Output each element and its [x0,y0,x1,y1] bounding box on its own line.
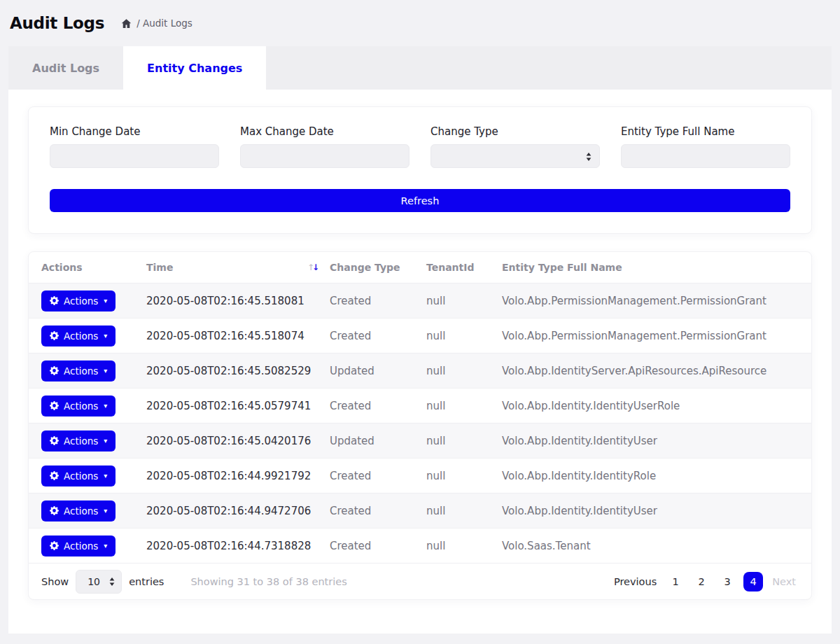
pagination: Previous 1234 Next [611,572,799,592]
row-change-type: Created [330,470,426,482]
row-actions-button[interactable]: Actions ▾ [41,360,115,382]
filter-field-entity-type: Entity Type Full Name [621,125,790,168]
tab-audit-logs[interactable]: Audit Logs [8,46,123,90]
entity-type-input[interactable] [621,144,790,168]
row-tenant-id: null [426,505,502,517]
refresh-button[interactable]: Refresh [50,189,790,212]
row-actions-label: Actions [64,505,98,517]
row-actions-label: Actions [64,295,98,307]
row-time: 2020-05-08T02:16:45.0579741 [146,400,330,412]
table-footer: Show 10 entries Showing 31 to 38 of 38 e… [29,563,811,599]
row-change-type: Created [330,295,426,307]
row-tenant-id: null [426,365,502,377]
column-header-time[interactable]: Time ↑↓ [146,262,330,273]
row-time: 2020-05-08T02:16:45.518081 [146,295,330,307]
entity-type-label: Entity Type Full Name [621,125,790,138]
table-header-row: Actions Time ↑↓ Change Type TenantId Ent… [29,252,811,283]
row-change-type: Created [330,540,426,552]
caret-down-icon: ▾ [104,332,107,340]
pagination-next[interactable]: Next [769,576,799,587]
gear-icon [50,331,59,340]
gear-icon [50,366,59,375]
row-time: 2020-05-08T02:16:45.0420176 [146,435,330,447]
row-entity-type: Volo.Abp.IdentityServer.ApiResources.Api… [502,365,799,377]
column-header-change-type: Change Type [330,262,426,273]
row-entity-type: Volo.Abp.Identity.IdentityUser [502,505,799,517]
table-body: Actions ▾ 2020-05-08T02:16:45.518081 Cre… [29,283,811,563]
row-time: 2020-05-08T02:16:45.518074 [146,330,330,342]
row-actions-button[interactable]: Actions ▾ [41,396,115,416]
sort-icon[interactable]: ↑↓ [307,262,317,272]
breadcrumb-current: / Audit Logs [136,18,192,29]
row-actions-button[interactable]: Actions ▾ [41,465,115,486]
pagination-page-1[interactable]: 1 [666,572,685,592]
pagination-page-2[interactable]: 2 [692,572,711,592]
row-change-type: Updated [330,365,426,377]
row-entity-type: Volo.Abp.PermissionManagement.Permission… [502,330,799,342]
row-time: 2020-05-08T02:16:44.7318828 [146,540,330,552]
row-entity-type: Volo.Abp.Identity.IdentityUser [502,435,799,447]
filter-field-max-change-date: Max Change Date [240,125,410,168]
max-change-date-input[interactable] [240,144,410,168]
row-tenant-id: null [426,400,502,412]
row-change-type: Updated [330,435,426,447]
showing-entries-status: Showing 31 to 38 of 38 entries [190,576,346,587]
change-type-select[interactable] [430,144,600,168]
row-change-type: Created [330,505,426,517]
gear-icon [50,296,59,305]
column-header-actions: Actions [41,262,146,273]
column-header-entity-type: Entity Type Full Name [502,262,799,273]
row-actions-label: Actions [64,435,98,447]
main-panel: Min Change Date Max Change Date Change T… [8,90,832,634]
caret-down-icon: ▾ [104,402,107,410]
column-header-tenant-id: TenantId [426,262,502,273]
row-actions-label: Actions [64,330,98,342]
pagination-page-3[interactable]: 3 [718,572,737,592]
table-row: Actions ▾ 2020-05-08T02:16:44.7318828 Cr… [29,528,811,563]
pagination-page-4[interactable]: 4 [743,572,763,592]
entity-changes-table: Actions Time ↑↓ Change Type TenantId Ent… [28,251,812,600]
table-row: Actions ▾ 2020-05-08T02:16:45.0420176 Up… [29,423,811,458]
row-tenant-id: null [426,470,502,482]
show-label: Show [41,576,69,587]
filter-field-change-type: Change Type [430,125,600,168]
breadcrumb: / Audit Logs [121,18,192,29]
tab-entity-changes[interactable]: Entity Changes [123,46,266,90]
table-row: Actions ▾ 2020-05-08T02:16:45.0579741 Cr… [29,388,811,423]
min-change-date-input[interactable] [50,144,219,168]
home-icon[interactable] [121,18,132,29]
row-actions-button[interactable]: Actions ▾ [41,326,115,346]
page-size-select[interactable]: 10 [76,570,122,594]
row-entity-type: Volo.Abp.Identity.IdentityUserRole [502,400,799,412]
row-tenant-id: null [426,435,502,447]
row-actions-label: Actions [64,365,98,377]
change-type-label: Change Type [430,125,600,138]
entries-label: entries [129,576,164,587]
caret-down-icon: ▾ [104,542,107,550]
row-tenant-id: null [426,330,502,342]
row-tenant-id: null [426,295,502,307]
row-time: 2020-05-08T02:16:44.9921792 [146,470,330,482]
row-actions-button[interactable]: Actions ▾ [41,290,115,312]
gear-icon [50,541,59,550]
row-actions-button[interactable]: Actions ▾ [41,500,115,522]
max-change-date-label: Max Change Date [240,125,410,138]
row-change-type: Created [330,330,426,342]
gear-icon [50,436,59,445]
row-entity-type: Volo.Abp.Identity.IdentityRole [502,470,799,482]
caret-down-icon: ▾ [104,472,107,479]
table-row: Actions ▾ 2020-05-08T02:16:44.9921792 Cr… [29,458,811,493]
row-actions-button[interactable]: Actions ▾ [41,430,115,451]
table-row: Actions ▾ 2020-05-08T02:16:45.5082529 Up… [29,353,811,388]
row-actions-label: Actions [64,470,98,482]
caret-down-icon: ▾ [104,297,107,304]
table-row: Actions ▾ 2020-05-08T02:16:45.518081 Cre… [29,283,811,318]
row-actions-label: Actions [64,540,98,552]
page-header: Audit Logs / Audit Logs [0,0,840,46]
pagination-previous[interactable]: Previous [611,576,659,587]
gear-icon [50,401,59,410]
filter-card: Min Change Date Max Change Date Change T… [28,106,812,234]
row-actions-button[interactable]: Actions ▾ [41,536,115,556]
gear-icon [50,506,59,515]
row-change-type: Created [330,400,426,412]
